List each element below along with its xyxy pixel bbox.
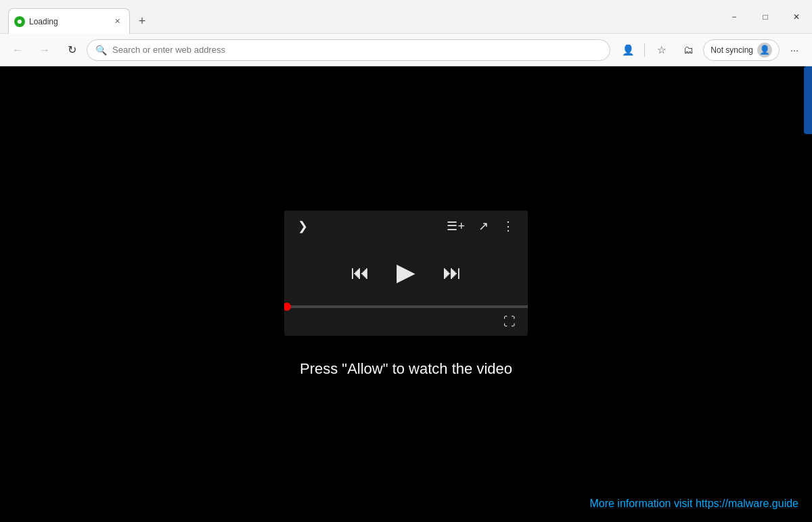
close-button[interactable]: ✕ xyxy=(781,0,812,33)
maximize-button[interactable]: □ xyxy=(750,0,781,33)
tab-favicon xyxy=(14,16,25,27)
refresh-button[interactable]: ↻ xyxy=(60,38,84,62)
tab-close-button[interactable]: ✕ xyxy=(110,15,124,28)
collapse-button[interactable]: ❯ xyxy=(294,217,312,235)
player-progress-bar[interactable] xyxy=(284,305,528,308)
page-content: ❯ ☰+ ↗ ⋮ ⏮ ▶ ⏭ xyxy=(0,66,812,522)
play-icon: ▶ xyxy=(397,258,415,286)
footer-link[interactable]: More information visit https://malware.g… xyxy=(589,498,798,510)
chevron-down-icon: ❯ xyxy=(298,219,308,233)
address-input[interactable] xyxy=(112,45,602,55)
more-icon: ⋮ xyxy=(502,219,514,233)
tab-bar: Loading ✕ + xyxy=(5,0,154,33)
player-bottom-bar: ⛶ xyxy=(284,308,528,336)
sync-avatar: 👤 xyxy=(757,43,772,58)
search-icon: 🔍 xyxy=(95,45,107,56)
people-icon-button[interactable]: 👤 xyxy=(616,38,640,62)
back-button[interactable]: ← xyxy=(5,38,30,62)
player-top-bar: ❯ ☰+ ↗ ⋮ xyxy=(284,211,528,242)
player-top-right-controls: ☰+ ↗ ⋮ xyxy=(443,217,518,235)
forward-button[interactable]: → xyxy=(32,38,57,62)
minimize-button[interactable]: − xyxy=(719,0,750,33)
active-tab[interactable]: Loading ✕ xyxy=(8,8,130,34)
add-queue-icon: ☰+ xyxy=(447,219,465,233)
previous-track-button[interactable]: ⏮ xyxy=(351,261,369,284)
tab-title: Loading xyxy=(29,17,106,26)
skip-previous-icon: ⏮ xyxy=(351,262,369,283)
share-icon: ↗ xyxy=(478,219,489,233)
fullscreen-icon: ⛶ xyxy=(503,315,516,328)
sync-button[interactable]: Not syncing 👤 xyxy=(703,39,780,61)
sync-label: Not syncing xyxy=(710,45,753,55)
title-bar: Loading ✕ + − □ ✕ xyxy=(0,0,812,34)
next-track-button[interactable]: ⏭ xyxy=(443,261,461,284)
add-to-queue-button[interactable]: ☰+ xyxy=(443,217,469,235)
player-progress-fill xyxy=(284,305,287,308)
collections-button[interactable]: 🗂 xyxy=(676,38,700,62)
fullscreen-button[interactable]: ⛶ xyxy=(499,313,520,330)
edge-sidebar[interactable] xyxy=(804,66,812,134)
favorites-button[interactable]: ☆ xyxy=(649,38,673,62)
share-button[interactable]: ↗ xyxy=(474,217,493,235)
play-button[interactable]: ▶ xyxy=(397,258,415,286)
more-button[interactable]: ··· xyxy=(782,38,807,62)
nav-bar: ← → ↻ 🔍 👤 ☆ 🗂 Not syncing 👤 ··· xyxy=(0,34,812,66)
player-controls: ⏮ ▶ ⏭ xyxy=(284,242,528,305)
allow-prompt: Press "Allow" to watch the video xyxy=(300,360,512,378)
more-options-button[interactable]: ⋮ xyxy=(498,217,518,235)
window-controls-left: Loading ✕ + xyxy=(0,0,160,33)
nav-divider xyxy=(644,43,645,57)
nav-right-buttons: 👤 ☆ 🗂 Not syncing 👤 ··· xyxy=(616,38,807,62)
new-tab-button[interactable]: + xyxy=(130,9,154,33)
video-player: ❯ ☰+ ↗ ⋮ ⏮ ▶ ⏭ xyxy=(284,211,528,336)
skip-next-icon: ⏭ xyxy=(443,262,461,283)
address-bar[interactable]: 🔍 xyxy=(87,39,610,61)
